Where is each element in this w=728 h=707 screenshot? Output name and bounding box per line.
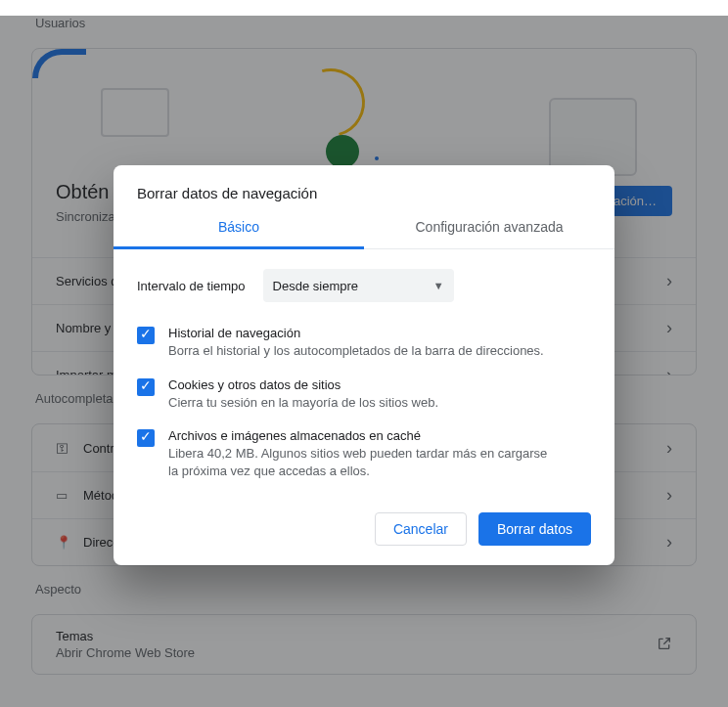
checkbox-browsing-history[interactable]	[137, 327, 155, 344]
option-desc: Borra el historial y los autocompletados…	[168, 342, 544, 360]
time-range-value: Desde siempre	[273, 279, 358, 293]
option-desc: Libera 40,2 MB. Algunos sitios web puede…	[168, 445, 560, 479]
tab-basic[interactable]: Básico	[114, 219, 364, 249]
clear-browsing-data-dialog: Borrar datos de navegación Básico Config…	[114, 165, 614, 565]
option-title: Archivos e imágenes almacenados en caché	[168, 428, 560, 443]
option-browsing-history[interactable]: Historial de navegación Borra el histori…	[137, 326, 591, 360]
time-range-label: Intervalo de tiempo	[137, 279, 246, 293]
clear-data-button[interactable]: Borrar datos	[478, 512, 591, 546]
time-range-select[interactable]: Desde siempre ▼	[263, 269, 454, 302]
option-desc: Cierra tu sesión en la mayoría de los si…	[168, 394, 438, 412]
tab-advanced[interactable]: Configuración avanzada	[364, 219, 614, 248]
checkbox-cookies[interactable]	[137, 378, 155, 396]
chevron-down-icon: ▼	[433, 280, 444, 291]
option-cookies[interactable]: Cookies y otros datos de sitios Cierra t…	[137, 377, 591, 412]
dialog-tabs: Básico Configuración avanzada	[114, 219, 614, 249]
cancel-button[interactable]: Cancelar	[375, 512, 467, 546]
option-title: Cookies y otros datos de sitios	[168, 377, 438, 392]
option-cached[interactable]: Archivos e imágenes almacenados en caché…	[137, 428, 591, 479]
checkbox-cached[interactable]	[137, 429, 155, 447]
dialog-title: Borrar datos de navegación	[114, 165, 614, 219]
option-title: Historial de navegación	[168, 326, 544, 340]
